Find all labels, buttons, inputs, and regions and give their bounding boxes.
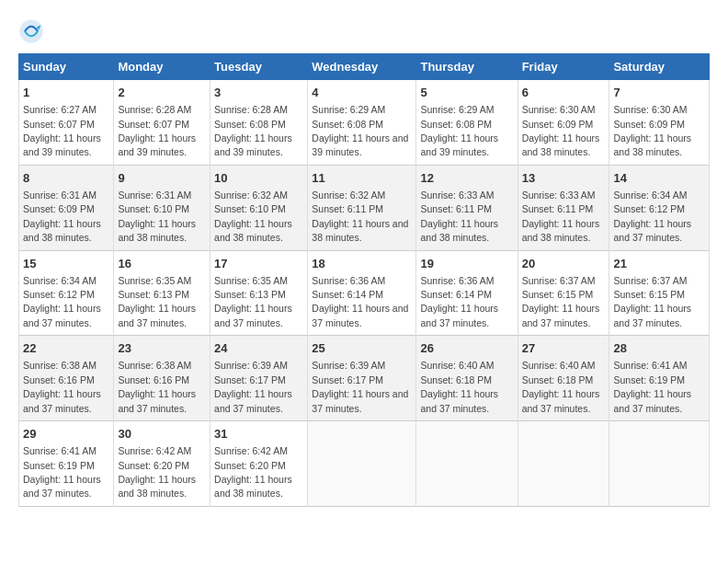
day-number: 12	[420, 170, 513, 187]
day-number: 31	[214, 426, 303, 442]
day-daylight: Daylight: 11 hours and 37 minutes.	[23, 474, 101, 499]
calendar-cell: 30 Sunrise: 6:42 AM Sunset: 6:20 PM Dayl…	[114, 421, 210, 507]
day-sunset: Sunset: 6:09 PM	[613, 119, 685, 130]
day-daylight: Daylight: 11 hours and 37 minutes.	[118, 303, 196, 327]
day-daylight: Daylight: 11 hours and 37 minutes.	[312, 388, 408, 413]
day-sunrise: Sunrise: 6:42 AM	[214, 445, 288, 456]
calendar-cell: 29 Sunrise: 6:41 AM Sunset: 6:19 PM Dayl…	[19, 421, 114, 507]
day-number: 9	[118, 170, 206, 187]
calendar-cell	[518, 421, 609, 507]
day-daylight: Daylight: 11 hours and 38 minutes.	[312, 218, 408, 243]
day-sunset: Sunset: 6:16 PM	[118, 374, 189, 385]
day-sunset: Sunset: 6:19 PM	[613, 374, 685, 385]
column-header-friday: Friday	[518, 54, 609, 80]
day-sunrise: Sunrise: 6:38 AM	[23, 360, 97, 371]
day-daylight: Daylight: 11 hours and 39 minutes.	[118, 132, 196, 157]
day-number: 27	[522, 340, 606, 357]
day-number: 29	[23, 426, 109, 442]
column-header-saturday: Saturday	[609, 54, 710, 80]
day-sunset: Sunset: 6:15 PM	[522, 289, 594, 300]
calendar-cell: 31 Sunrise: 6:42 AM Sunset: 6:20 PM Dayl…	[210, 421, 308, 507]
day-sunset: Sunset: 6:20 PM	[118, 460, 189, 471]
day-sunset: Sunset: 6:20 PM	[214, 460, 286, 471]
calendar-cell: 17 Sunrise: 6:35 AM Sunset: 6:13 PM Dayl…	[210, 250, 308, 336]
day-sunset: Sunset: 6:17 PM	[312, 374, 383, 385]
day-sunset: Sunset: 6:16 PM	[23, 374, 95, 385]
calendar-cell: 18 Sunrise: 6:36 AM Sunset: 6:14 PM Dayl…	[308, 250, 416, 336]
calendar-cell: 12 Sunrise: 6:33 AM Sunset: 6:11 PM Dayl…	[416, 165, 518, 250]
day-number: 6	[522, 85, 606, 101]
day-sunset: Sunset: 6:17 PM	[214, 374, 286, 385]
calendar-cell: 24 Sunrise: 6:39 AM Sunset: 6:17 PM Dayl…	[210, 336, 308, 421]
calendar-cell: 1 Sunrise: 6:27 AM Sunset: 6:07 PM Dayli…	[19, 80, 114, 166]
day-sunrise: Sunrise: 6:29 AM	[312, 104, 385, 115]
day-sunset: Sunset: 6:08 PM	[214, 119, 286, 130]
day-sunrise: Sunrise: 6:35 AM	[118, 275, 191, 286]
day-daylight: Daylight: 11 hours and 38 minutes.	[420, 218, 498, 243]
day-number: 11	[312, 170, 412, 187]
day-sunset: Sunset: 6:12 PM	[613, 203, 685, 214]
day-daylight: Daylight: 11 hours and 37 minutes.	[118, 388, 196, 413]
day-sunset: Sunset: 6:10 PM	[214, 203, 286, 214]
calendar-cell: 28 Sunrise: 6:41 AM Sunset: 6:19 PM Dayl…	[609, 336, 710, 421]
column-header-monday: Monday	[114, 54, 210, 80]
day-sunrise: Sunrise: 6:39 AM	[312, 360, 385, 371]
day-number: 7	[613, 85, 705, 101]
day-number: 18	[312, 256, 412, 272]
day-sunrise: Sunrise: 6:37 AM	[522, 275, 596, 286]
day-sunset: Sunset: 6:09 PM	[23, 203, 95, 214]
day-daylight: Daylight: 11 hours and 37 minutes.	[23, 388, 101, 413]
day-number: 22	[23, 340, 109, 357]
day-sunset: Sunset: 6:13 PM	[118, 289, 189, 300]
calendar-cell: 20 Sunrise: 6:37 AM Sunset: 6:15 PM Dayl…	[518, 250, 609, 336]
day-number: 17	[214, 256, 303, 272]
day-daylight: Daylight: 11 hours and 38 minutes.	[613, 132, 691, 157]
day-number: 21	[613, 256, 705, 272]
day-sunset: Sunset: 6:07 PM	[23, 119, 95, 130]
day-number: 15	[23, 256, 109, 272]
day-sunset: Sunset: 6:07 PM	[118, 119, 189, 130]
day-number: 14	[613, 170, 705, 187]
calendar-cell: 23 Sunrise: 6:38 AM Sunset: 6:16 PM Dayl…	[114, 336, 210, 421]
day-sunset: Sunset: 6:14 PM	[312, 289, 383, 300]
calendar-week-row: 8 Sunrise: 6:31 AM Sunset: 6:09 PM Dayli…	[19, 165, 710, 250]
calendar-week-row: 15 Sunrise: 6:34 AM Sunset: 6:12 PM Dayl…	[19, 250, 710, 336]
day-number: 19	[420, 256, 513, 272]
calendar-header-row: SundayMondayTuesdayWednesdayThursdayFrid…	[19, 54, 710, 80]
day-daylight: Daylight: 11 hours and 39 minutes.	[420, 132, 498, 157]
day-sunrise: Sunrise: 6:36 AM	[312, 275, 385, 286]
day-number: 3	[214, 85, 303, 101]
day-sunset: Sunset: 6:11 PM	[522, 203, 594, 214]
day-number: 10	[214, 170, 303, 187]
day-daylight: Daylight: 11 hours and 38 minutes.	[522, 218, 600, 243]
calendar-cell: 2 Sunrise: 6:28 AM Sunset: 6:07 PM Dayli…	[114, 80, 210, 166]
logo-icon	[18, 18, 44, 44]
calendar-cell: 8 Sunrise: 6:31 AM Sunset: 6:09 PM Dayli…	[19, 165, 114, 250]
day-sunrise: Sunrise: 6:31 AM	[23, 190, 97, 201]
svg-point-0	[19, 19, 42, 42]
calendar-cell: 21 Sunrise: 6:37 AM Sunset: 6:15 PM Dayl…	[609, 250, 710, 336]
day-sunset: Sunset: 6:18 PM	[420, 374, 492, 385]
day-sunrise: Sunrise: 6:30 AM	[613, 104, 687, 115]
day-sunrise: Sunrise: 6:40 AM	[420, 360, 494, 371]
day-sunset: Sunset: 6:18 PM	[522, 374, 594, 385]
calendar-cell: 10 Sunrise: 6:32 AM Sunset: 6:10 PM Dayl…	[210, 165, 308, 250]
column-header-tuesday: Tuesday	[210, 54, 308, 80]
calendar-cell: 19 Sunrise: 6:36 AM Sunset: 6:14 PM Dayl…	[416, 250, 518, 336]
day-sunrise: Sunrise: 6:34 AM	[23, 275, 97, 286]
day-daylight: Daylight: 11 hours and 37 minutes.	[613, 303, 691, 327]
day-daylight: Daylight: 11 hours and 37 minutes.	[214, 303, 292, 327]
calendar-cell: 6 Sunrise: 6:30 AM Sunset: 6:09 PM Dayli…	[518, 80, 609, 166]
day-daylight: Daylight: 11 hours and 37 minutes.	[613, 218, 691, 243]
day-number: 23	[118, 340, 206, 357]
day-number: 2	[118, 85, 206, 101]
calendar-week-row: 29 Sunrise: 6:41 AM Sunset: 6:19 PM Dayl…	[19, 421, 710, 507]
day-daylight: Daylight: 11 hours and 38 minutes.	[118, 218, 196, 243]
calendar-cell: 3 Sunrise: 6:28 AM Sunset: 6:08 PM Dayli…	[210, 80, 308, 166]
calendar-cell: 16 Sunrise: 6:35 AM Sunset: 6:13 PM Dayl…	[114, 250, 210, 336]
day-number: 16	[118, 256, 206, 272]
day-sunset: Sunset: 6:08 PM	[312, 119, 383, 130]
day-sunrise: Sunrise: 6:40 AM	[522, 360, 596, 371]
logo	[18, 18, 48, 44]
day-sunrise: Sunrise: 6:32 AM	[214, 190, 288, 201]
